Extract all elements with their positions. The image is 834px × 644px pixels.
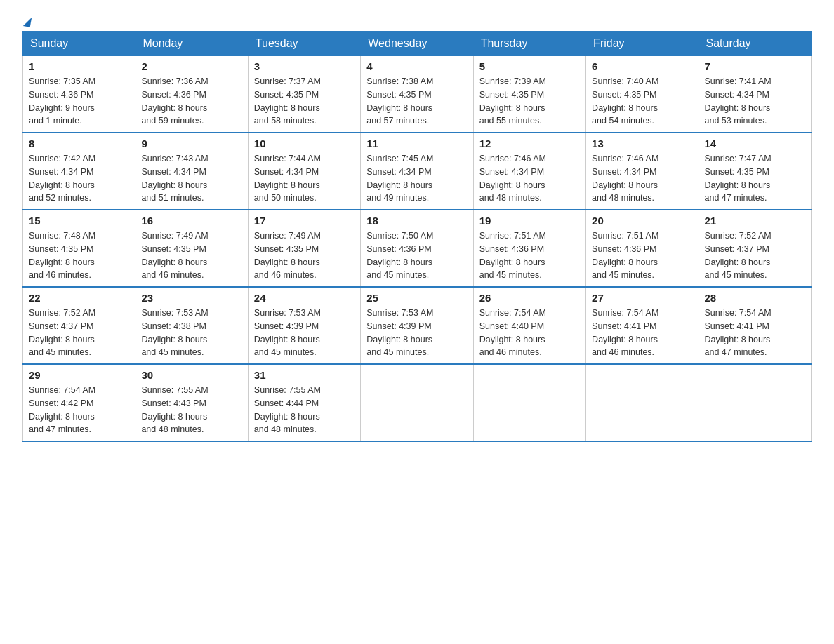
day-number: 29 xyxy=(29,369,129,381)
day-info: Sunrise: 7:55 AMSunset: 4:43 PMDaylight:… xyxy=(141,384,241,436)
calendar-day-cell: 19 Sunrise: 7:51 AMSunset: 4:36 PMDaylig… xyxy=(473,210,585,287)
day-number: 3 xyxy=(254,60,355,72)
day-header-saturday: Saturday xyxy=(699,32,811,56)
calendar-day-cell: 21 Sunrise: 7:52 AMSunset: 4:37 PMDaylig… xyxy=(699,210,811,287)
day-info: Sunrise: 7:35 AMSunset: 4:36 PMDaylight:… xyxy=(29,75,129,128)
day-info: Sunrise: 7:51 AMSunset: 4:36 PMDaylight:… xyxy=(479,229,580,282)
calendar-day-cell: 2 Sunrise: 7:36 AMSunset: 4:36 PMDayligh… xyxy=(135,56,248,133)
calendar-day-cell: 29 Sunrise: 7:54 AMSunset: 4:42 PMDaylig… xyxy=(23,364,135,441)
day-number: 1 xyxy=(29,60,129,72)
day-number: 2 xyxy=(141,60,241,72)
calendar-day-cell: 17 Sunrise: 7:49 AMSunset: 4:35 PMDaylig… xyxy=(248,210,360,287)
day-info: Sunrise: 7:49 AMSunset: 4:35 PMDaylight:… xyxy=(254,229,355,282)
day-info: Sunrise: 7:53 AMSunset: 4:38 PMDaylight:… xyxy=(141,307,241,359)
day-info: Sunrise: 7:36 AMSunset: 4:36 PMDaylight:… xyxy=(141,75,241,128)
day-info: Sunrise: 7:53 AMSunset: 4:39 PMDaylight:… xyxy=(254,307,355,359)
day-number: 24 xyxy=(254,292,355,304)
day-info: Sunrise: 7:40 AMSunset: 4:35 PMDaylight:… xyxy=(592,75,692,128)
day-header-tuesday: Tuesday xyxy=(248,32,360,56)
day-info: Sunrise: 7:54 AMSunset: 4:41 PMDaylight:… xyxy=(705,307,805,359)
day-info: Sunrise: 7:47 AMSunset: 4:35 PMDaylight:… xyxy=(705,152,805,205)
calendar-day-cell xyxy=(361,364,473,441)
page-header xyxy=(22,17,812,22)
day-number: 17 xyxy=(254,215,355,227)
day-header-wednesday: Wednesday xyxy=(361,32,473,56)
logo xyxy=(22,17,31,22)
calendar-day-cell: 28 Sunrise: 7:54 AMSunset: 4:41 PMDaylig… xyxy=(699,287,811,364)
day-info: Sunrise: 7:48 AMSunset: 4:35 PMDaylight:… xyxy=(29,229,129,282)
day-number: 21 xyxy=(705,215,805,227)
calendar-week-row: 22 Sunrise: 7:52 AMSunset: 4:37 PMDaylig… xyxy=(23,287,812,364)
day-number: 10 xyxy=(254,137,355,149)
day-number: 13 xyxy=(592,137,692,149)
day-info: Sunrise: 7:52 AMSunset: 4:37 PMDaylight:… xyxy=(705,229,805,282)
calendar-week-row: 8 Sunrise: 7:42 AMSunset: 4:34 PMDayligh… xyxy=(23,133,812,210)
calendar-week-row: 29 Sunrise: 7:54 AMSunset: 4:42 PMDaylig… xyxy=(23,364,812,441)
day-info: Sunrise: 7:46 AMSunset: 4:34 PMDaylight:… xyxy=(592,152,692,205)
calendar-week-row: 15 Sunrise: 7:48 AMSunset: 4:35 PMDaylig… xyxy=(23,210,812,287)
calendar-day-cell: 1 Sunrise: 7:35 AMSunset: 4:36 PMDayligh… xyxy=(23,56,135,133)
day-info: Sunrise: 7:44 AMSunset: 4:34 PMDaylight:… xyxy=(254,152,355,205)
day-number: 30 xyxy=(141,369,241,381)
calendar-day-cell: 14 Sunrise: 7:47 AMSunset: 4:35 PMDaylig… xyxy=(699,133,811,210)
calendar-day-cell xyxy=(699,364,811,441)
day-info: Sunrise: 7:43 AMSunset: 4:34 PMDaylight:… xyxy=(141,152,241,205)
day-number: 11 xyxy=(366,137,467,149)
day-number: 15 xyxy=(29,215,129,227)
day-number: 25 xyxy=(366,292,467,304)
day-info: Sunrise: 7:39 AMSunset: 4:35 PMDaylight:… xyxy=(479,75,580,128)
calendar-day-cell: 3 Sunrise: 7:37 AMSunset: 4:35 PMDayligh… xyxy=(248,56,360,133)
day-info: Sunrise: 7:54 AMSunset: 4:40 PMDaylight:… xyxy=(479,307,580,359)
day-number: 27 xyxy=(592,292,692,304)
calendar-day-cell: 26 Sunrise: 7:54 AMSunset: 4:40 PMDaylig… xyxy=(473,287,585,364)
day-number: 8 xyxy=(29,137,129,149)
day-number: 14 xyxy=(705,137,805,149)
calendar-day-cell: 11 Sunrise: 7:45 AMSunset: 4:34 PMDaylig… xyxy=(361,133,473,210)
day-number: 31 xyxy=(254,369,355,381)
calendar-day-cell: 30 Sunrise: 7:55 AMSunset: 4:43 PMDaylig… xyxy=(135,364,248,441)
calendar-day-cell: 15 Sunrise: 7:48 AMSunset: 4:35 PMDaylig… xyxy=(23,210,135,287)
day-number: 9 xyxy=(141,137,241,149)
day-header-sunday: Sunday xyxy=(23,32,135,56)
calendar-day-cell: 5 Sunrise: 7:39 AMSunset: 4:35 PMDayligh… xyxy=(473,56,585,133)
day-number: 19 xyxy=(479,215,580,227)
calendar-day-cell: 24 Sunrise: 7:53 AMSunset: 4:39 PMDaylig… xyxy=(248,287,360,364)
calendar-day-cell: 20 Sunrise: 7:51 AMSunset: 4:36 PMDaylig… xyxy=(586,210,699,287)
calendar-table: SundayMondayTuesdayWednesdayThursdayFrid… xyxy=(22,31,812,442)
calendar-day-cell: 12 Sunrise: 7:46 AMSunset: 4:34 PMDaylig… xyxy=(473,133,585,210)
day-info: Sunrise: 7:49 AMSunset: 4:35 PMDaylight:… xyxy=(141,229,241,282)
calendar-day-cell: 16 Sunrise: 7:49 AMSunset: 4:35 PMDaylig… xyxy=(135,210,248,287)
day-info: Sunrise: 7:42 AMSunset: 4:34 PMDaylight:… xyxy=(29,152,129,205)
calendar-day-cell: 27 Sunrise: 7:54 AMSunset: 4:41 PMDaylig… xyxy=(586,287,699,364)
calendar-day-cell: 18 Sunrise: 7:50 AMSunset: 4:36 PMDaylig… xyxy=(361,210,473,287)
calendar-day-cell: 9 Sunrise: 7:43 AMSunset: 4:34 PMDayligh… xyxy=(135,133,248,210)
day-info: Sunrise: 7:54 AMSunset: 4:41 PMDaylight:… xyxy=(592,307,692,359)
day-info: Sunrise: 7:46 AMSunset: 4:34 PMDaylight:… xyxy=(479,152,580,205)
day-number: 7 xyxy=(705,60,805,72)
day-info: Sunrise: 7:51 AMSunset: 4:36 PMDaylight:… xyxy=(592,229,692,282)
calendar-day-cell: 31 Sunrise: 7:55 AMSunset: 4:44 PMDaylig… xyxy=(248,364,360,441)
day-number: 4 xyxy=(366,60,467,72)
day-info: Sunrise: 7:50 AMSunset: 4:36 PMDaylight:… xyxy=(366,229,467,282)
day-info: Sunrise: 7:52 AMSunset: 4:37 PMDaylight:… xyxy=(29,307,129,359)
day-number: 18 xyxy=(366,215,467,227)
calendar-day-cell: 22 Sunrise: 7:52 AMSunset: 4:37 PMDaylig… xyxy=(23,287,135,364)
day-info: Sunrise: 7:38 AMSunset: 4:35 PMDaylight:… xyxy=(366,75,467,128)
day-number: 26 xyxy=(479,292,580,304)
day-number: 12 xyxy=(479,137,580,149)
day-header-thursday: Thursday xyxy=(473,32,585,56)
day-number: 20 xyxy=(592,215,692,227)
day-number: 28 xyxy=(705,292,805,304)
day-number: 16 xyxy=(141,215,241,227)
day-info: Sunrise: 7:45 AMSunset: 4:34 PMDaylight:… xyxy=(366,152,467,205)
calendar-day-cell: 10 Sunrise: 7:44 AMSunset: 4:34 PMDaylig… xyxy=(248,133,360,210)
day-info: Sunrise: 7:53 AMSunset: 4:39 PMDaylight:… xyxy=(366,307,467,359)
day-info: Sunrise: 7:54 AMSunset: 4:42 PMDaylight:… xyxy=(29,384,129,436)
calendar-day-cell xyxy=(473,364,585,441)
day-number: 5 xyxy=(479,60,580,72)
calendar-day-cell: 7 Sunrise: 7:41 AMSunset: 4:34 PMDayligh… xyxy=(699,56,811,133)
day-number: 6 xyxy=(592,60,692,72)
calendar-day-cell: 25 Sunrise: 7:53 AMSunset: 4:39 PMDaylig… xyxy=(361,287,473,364)
calendar-day-cell: 23 Sunrise: 7:53 AMSunset: 4:38 PMDaylig… xyxy=(135,287,248,364)
day-header-monday: Monday xyxy=(135,32,248,56)
